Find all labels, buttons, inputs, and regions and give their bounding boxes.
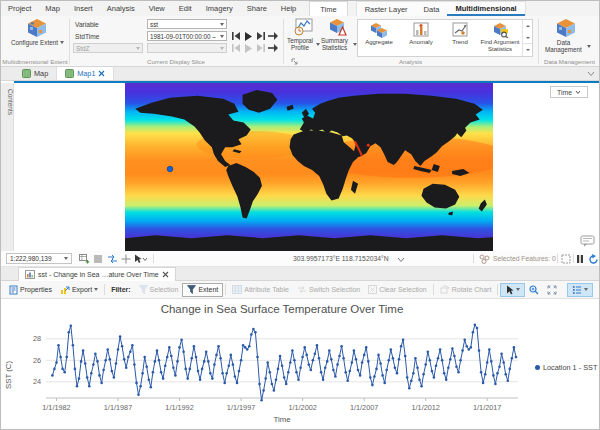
map-view: Time: [14, 83, 600, 251]
step-first-button[interactable]: [231, 31, 242, 41]
chart-properties-button[interactable]: Properties: [5, 283, 56, 297]
step-first-z-button[interactable]: [231, 43, 242, 53]
pause-icon[interactable]: [576, 254, 584, 264]
temporal-profile-button[interactable]: Temporal Profile: [286, 18, 319, 51]
contents-panel-tab[interactable]: Contents: [1, 83, 14, 251]
tab-view[interactable]: View: [142, 1, 172, 16]
tab-help[interactable]: Help: [274, 1, 303, 16]
switch-selection-button[interactable]: Switch Selection: [293, 283, 364, 297]
coordinates-display[interactable]: 303.9957173°E 118.7152034°N: [293, 255, 389, 262]
tab-time-contextual[interactable]: Time: [309, 1, 347, 16]
chart-zoom-tool[interactable]: [525, 283, 543, 297]
close-icon[interactable]: [98, 70, 105, 77]
selected-features-icon: [479, 254, 490, 264]
close-icon[interactable]: [162, 271, 169, 278]
collapse-ribbon-icon[interactable]: [587, 71, 595, 77]
x-tick-label: 1/1/2002: [281, 403, 325, 412]
tab-share[interactable]: Share: [240, 1, 274, 16]
pointer-menu-icon[interactable]: [133, 254, 148, 264]
stdz-combo[interactable]: StdZ: [73, 43, 143, 53]
chart-plot[interactable]: [46, 321, 518, 402]
chart-export-button[interactable]: Export: [56, 283, 102, 297]
chart-pointer-tool[interactable]: [500, 283, 525, 297]
chart-legend-item[interactable]: Location 1 - SST: [535, 363, 597, 372]
select-square-icon[interactable]: [93, 254, 103, 264]
attribute-table-button[interactable]: Attribute Table: [228, 283, 293, 297]
tab-insert[interactable]: Insert: [67, 1, 100, 16]
stdz-value-combo[interactable]: [147, 43, 227, 53]
tab-data[interactable]: Data: [416, 2, 448, 16]
chart-export-label: Export: [72, 286, 92, 293]
find-argument-statistics-button[interactable]: Find Argument Statistics: [478, 20, 522, 56]
temporal-profile-icon: [293, 18, 313, 36]
gallery-scroll-up-button[interactable]: [523, 20, 532, 32]
configure-extent-button[interactable]: Configure Extent: [9, 18, 65, 46]
ribbon: Configure Extent Variable StdTime sst 19…: [1, 16, 600, 67]
full-extent-icon: [547, 285, 557, 295]
rotate-chart-button[interactable]: Rotate Chart: [436, 283, 496, 297]
gallery-scrollbar: [522, 20, 532, 56]
rotate-chart-label: Rotate Chart: [452, 286, 492, 293]
gallery-scroll-down-button[interactable]: [523, 32, 532, 44]
tab-analysis[interactable]: Analysis: [100, 1, 142, 16]
tab-multidimensional[interactable]: Multidimensional: [447, 2, 524, 16]
chart-y-axis-label: SST (C): [4, 329, 13, 389]
chart-tab-label: sst - Change in Sea …ature Over Time: [38, 271, 159, 278]
chart-tab[interactable]: sst - Change in Sea …ature Over Time: [18, 267, 176, 281]
aggregate-button[interactable]: Aggregate: [358, 20, 400, 56]
refresh-icon[interactable]: [588, 254, 599, 265]
tab-raster-layer[interactable]: Raster Layer: [357, 2, 416, 16]
chevron-down-icon[interactable]: [397, 257, 405, 263]
cursor-icon: [505, 285, 514, 295]
tab-map[interactable]: Map: [38, 1, 67, 16]
anomaly-label: Anomaly: [409, 39, 432, 46]
data-management-label: Data Management: [542, 39, 586, 53]
dialog-launcher-icon[interactable]: [291, 58, 298, 65]
selection-box-icon[interactable]: [561, 254, 571, 264]
gallery-expand-button[interactable]: [523, 43, 532, 56]
play-z-button[interactable]: [243, 43, 254, 53]
crosshair-icon[interactable]: [121, 254, 131, 264]
stdtime-combo[interactable]: 1981-09-01T00:00:00 –: [147, 31, 227, 41]
find-argument-statistics-icon: [491, 22, 509, 38]
tab-edit[interactable]: Edit: [172, 1, 199, 16]
step-forward-z-button[interactable]: [267, 43, 278, 53]
tab-imagery[interactable]: Imagery: [199, 1, 240, 16]
chart-full-extent-tool[interactable]: [543, 283, 561, 297]
variable-combo[interactable]: sst: [147, 19, 227, 29]
chart-title: Change in Sea Surface Temperature Over T…: [46, 303, 518, 315]
chart-x-axis-label: Time: [46, 415, 518, 424]
group-label-analysis: Analysis: [283, 58, 538, 65]
filter-selection-label: Selection: [150, 286, 179, 293]
data-management-button[interactable]: Data Management: [542, 18, 590, 53]
view-tab-map[interactable]: Map: [14, 67, 57, 80]
x-tick-label: 1/1/2007: [342, 403, 386, 412]
filter-extent-button[interactable]: Extent: [182, 283, 223, 297]
grid-add-icon[interactable]: [79, 254, 90, 264]
scale-combo[interactable]: 1:222,980,139: [6, 253, 72, 264]
step-last-z-button[interactable]: [255, 43, 266, 53]
step-last-button[interactable]: [255, 31, 266, 41]
export-icon: [60, 285, 70, 295]
time-overlay-button[interactable]: Time: [550, 86, 588, 98]
notification-icon[interactable]: [580, 235, 595, 247]
filter-label: Filter:: [107, 283, 134, 297]
step-forward-button[interactable]: [267, 31, 278, 41]
view-tab-map1-label: Map1: [77, 69, 95, 78]
legend-list-icon: [572, 285, 582, 295]
clear-selection-button[interactable]: Clear Selection: [364, 283, 430, 297]
filter-funnel-icon: [139, 285, 148, 294]
play-button[interactable]: [243, 31, 254, 41]
view-tab-map1[interactable]: Map1: [57, 67, 114, 80]
trend-icon: [451, 22, 469, 38]
chart-legend-toggle[interactable]: [567, 283, 593, 297]
map-canvas[interactable]: [125, 83, 493, 251]
summary-statistics-button[interactable]: Summary Statistics: [319, 18, 355, 51]
summary-statistics-icon: [327, 18, 347, 36]
anomaly-button[interactable]: Anomaly: [400, 20, 442, 56]
filter-selection-button[interactable]: Selection: [135, 283, 183, 297]
swap-arrows-icon[interactable]: [107, 254, 118, 264]
map-icon: [65, 69, 74, 78]
tab-project[interactable]: Project: [1, 1, 38, 16]
trend-button[interactable]: Trend: [442, 20, 478, 56]
